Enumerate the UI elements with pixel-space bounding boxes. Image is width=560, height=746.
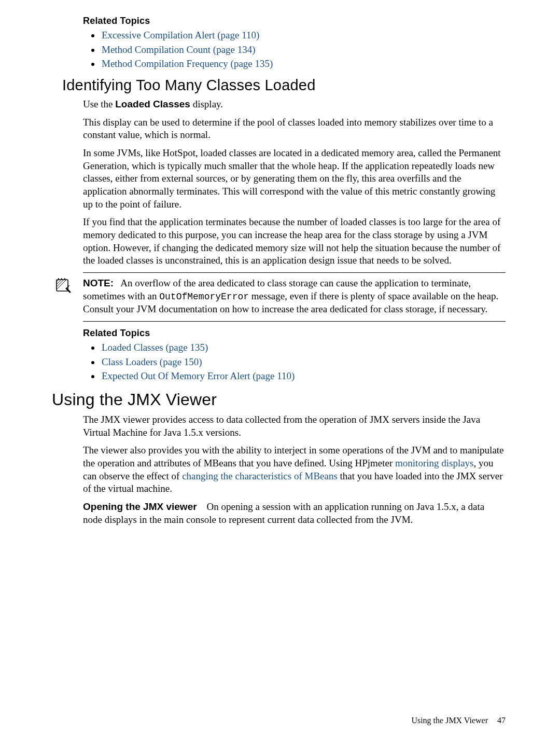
footer-page-number: 47	[497, 716, 506, 725]
related-topics-list-a: Excessive Compilation Alert (page 110) M…	[83, 29, 506, 71]
run-in-heading: Opening the JMX viewer	[83, 501, 197, 512]
paragraph-opening-jmx: Opening the JMX viewer On opening a sess…	[83, 501, 506, 526]
link-expected-oom[interactable]: Expected Out Of Memory Error Alert (page…	[102, 370, 295, 381]
link-changing-mbeans[interactable]: changing the characteristics of MBeans	[182, 471, 338, 481]
note-icon	[54, 276, 72, 294]
text: Use the	[83, 99, 115, 109]
paragraph: If you find that the application termina…	[83, 216, 506, 267]
text-bold: Loaded Classes	[115, 99, 190, 109]
paragraph: The JMX viewer provides access to data c…	[83, 413, 506, 439]
related-topics-heading-b: Related Topics	[83, 328, 506, 339]
list-item: Method Compilation Frequency (page 135)	[101, 57, 506, 71]
list-item: Class Loaders (page 150)	[101, 355, 506, 369]
footer-title: Using the JMX Viewer	[411, 716, 488, 725]
note-block: NOTE: An overflow of the area dedicated …	[83, 272, 506, 322]
link-method-compilation-frequency[interactable]: Method Compilation Frequency (page 135)	[102, 58, 273, 69]
list-item: Loaded Classes (page 135)	[101, 341, 506, 354]
paragraph: The viewer also provides you with the ab…	[83, 444, 506, 495]
heading-identifying-classes: Identifying Too Many Classes Loaded	[62, 77, 506, 94]
related-topics-heading-a: Related Topics	[83, 16, 506, 26]
related-topics-list-b: Loaded Classes (page 135) Class Loaders …	[83, 341, 506, 383]
list-item: Expected Out Of Memory Error Alert (page…	[101, 369, 506, 383]
heading-jmx-viewer: Using the JMX Viewer	[52, 390, 506, 409]
link-method-compilation-count[interactable]: Method Compilation Count (page 134)	[102, 44, 256, 55]
link-class-loaders[interactable]: Class Loaders (page 150)	[102, 356, 202, 367]
list-item: Excessive Compilation Alert (page 110)	[101, 29, 506, 42]
link-loaded-classes[interactable]: Loaded Classes (page 135)	[102, 342, 208, 353]
text: display.	[190, 99, 223, 109]
list-item: Method Compilation Count (page 134)	[101, 43, 506, 57]
link-excessive-compilation[interactable]: Excessive Compilation Alert (page 110)	[102, 30, 259, 40]
note-code: OutOfMemoryError	[159, 292, 249, 302]
paragraph-use-loaded-classes: Use the Loaded Classes display.	[83, 98, 506, 111]
link-monitoring-displays[interactable]: monitoring displays	[395, 458, 473, 468]
paragraph: In some JVMs, like HotSpot, loaded class…	[83, 147, 506, 211]
note-label: NOTE:	[83, 278, 114, 288]
page-footer: Using the JMX Viewer47	[411, 716, 506, 725]
paragraph: This display can be used to determine if…	[83, 116, 506, 142]
